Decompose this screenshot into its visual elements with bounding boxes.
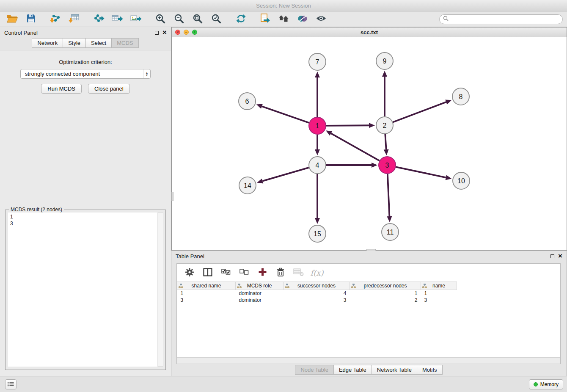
table-cell[interactable]: 3 bbox=[177, 297, 236, 304]
export-image-button[interactable] bbox=[128, 13, 144, 25]
graph-node-3[interactable]: 3 bbox=[379, 157, 396, 174]
column-visibility-button[interactable] bbox=[202, 267, 214, 279]
table-cell[interactable]: 1 bbox=[350, 290, 421, 297]
graph-node-2[interactable]: 2 bbox=[376, 117, 393, 134]
table-cell[interactable]: 4 bbox=[284, 290, 350, 297]
control-panel-tab-mcds[interactable]: MCDS bbox=[111, 38, 138, 48]
mcds-result-text[interactable]: 13 bbox=[8, 213, 157, 367]
column-header-name[interactable]: name bbox=[421, 282, 457, 290]
home-button[interactable] bbox=[276, 13, 292, 25]
close-table-panel-icon[interactable]: × bbox=[558, 254, 562, 259]
panel-resize-grip-vertical[interactable] bbox=[171, 192, 173, 201]
table-cell[interactable]: 2 bbox=[350, 297, 421, 304]
save-session-button[interactable] bbox=[23, 13, 39, 25]
zoom-out-button[interactable] bbox=[171, 13, 187, 25]
graph-edge-3-1[interactable] bbox=[326, 130, 380, 160]
graph-edge-1-7[interactable] bbox=[315, 72, 320, 117]
table-tab-edge-table[interactable]: Edge Table bbox=[333, 365, 372, 375]
control-panel-tab-style[interactable]: Style bbox=[63, 38, 86, 48]
graph-node-8[interactable]: 8 bbox=[452, 88, 469, 105]
refresh-view-button[interactable] bbox=[233, 13, 249, 25]
table-horizontal-scrollbar[interactable] bbox=[177, 357, 560, 364]
import-table-from-file-button[interactable] bbox=[66, 13, 82, 25]
float-table-panel-icon[interactable] bbox=[550, 254, 554, 258]
table-cell[interactable]: 1 bbox=[177, 290, 236, 297]
column-header-shared-name[interactable]: shared name bbox=[177, 282, 236, 290]
document-share-button[interactable] bbox=[257, 13, 273, 25]
table-cell[interactable]: dominator bbox=[236, 297, 284, 304]
venn-merge-button[interactable] bbox=[295, 13, 311, 25]
import-network-from-file-button[interactable] bbox=[47, 13, 63, 25]
network-canvas[interactable]: 7968124314101511 bbox=[172, 37, 567, 250]
open-session-button[interactable] bbox=[4, 13, 20, 25]
graph-edge-2-8[interactable] bbox=[393, 99, 452, 122]
delete-table-button[interactable] bbox=[293, 267, 305, 279]
zoom-fit-button[interactable] bbox=[190, 13, 206, 25]
graph-edge-4-3[interactable] bbox=[326, 163, 377, 168]
table-tab-network-table[interactable]: Network Table bbox=[372, 365, 417, 375]
add-row-button[interactable] bbox=[256, 267, 268, 279]
column-header-successor-nodes[interactable]: successor nodes bbox=[284, 282, 350, 290]
mcds-result-box: MCDS result (2 nodes) 13 bbox=[5, 210, 166, 370]
delete-row-button[interactable] bbox=[275, 267, 286, 279]
run-mcds-button[interactable]: Run MCDS bbox=[41, 84, 82, 94]
table-tab-motifs[interactable]: Motifs bbox=[417, 365, 443, 375]
graph-edge-3-10[interactable] bbox=[396, 167, 452, 180]
graph-edge-3-11[interactable] bbox=[387, 174, 392, 222]
function-builder-button[interactable]: f(x) bbox=[311, 267, 323, 279]
table-cell[interactable]: 1 bbox=[421, 290, 457, 297]
graph-node-1[interactable]: 1 bbox=[309, 117, 326, 134]
graph-node-6[interactable]: 6 bbox=[239, 93, 256, 110]
minimize-window-icon[interactable]: − bbox=[184, 30, 189, 35]
graph-edge-4-15[interactable] bbox=[315, 174, 320, 224]
export-network-button[interactable] bbox=[91, 13, 107, 25]
export-table-button[interactable] bbox=[109, 13, 125, 25]
network-window-titlebar[interactable]: scc.txt × − + bbox=[172, 28, 567, 37]
graph-edge-4-14[interactable] bbox=[257, 168, 309, 184]
table-cell[interactable]: 3 bbox=[284, 297, 350, 304]
unselect-all-rows-button[interactable] bbox=[238, 267, 250, 279]
graph-edge-2-3[interactable] bbox=[384, 134, 389, 155]
optimization-dropdown[interactable]: strongly connected component ▲▼ bbox=[20, 69, 151, 79]
zoom-in-button[interactable] bbox=[152, 13, 168, 25]
graph-edge-2-9[interactable] bbox=[382, 71, 387, 116]
maximize-window-icon[interactable]: + bbox=[192, 30, 197, 35]
control-panel-tab-network[interactable]: Network bbox=[32, 38, 63, 48]
select-all-rows-button[interactable] bbox=[220, 267, 232, 279]
table-cell[interactable]: 3 bbox=[421, 297, 457, 304]
float-panel-icon[interactable] bbox=[155, 31, 159, 35]
search-input[interactable] bbox=[451, 16, 559, 22]
graph-edge-1-4[interactable] bbox=[315, 135, 320, 155]
result-scrollbar[interactable] bbox=[158, 213, 163, 367]
zoom-selected-button[interactable] bbox=[208, 13, 224, 25]
show-hide-details-button[interactable] bbox=[313, 13, 329, 25]
svg-text:15: 15 bbox=[314, 230, 321, 237]
graph-edge-1-2[interactable] bbox=[326, 123, 375, 128]
column-header-predecessor-nodes[interactable]: predecessor nodes bbox=[350, 282, 421, 290]
graph-node-4[interactable]: 4 bbox=[309, 157, 326, 174]
memory-button-label: Memory bbox=[540, 381, 559, 387]
table-settings-button[interactable] bbox=[184, 267, 195, 279]
window-titlebar[interactable]: Session: New Session bbox=[0, 0, 567, 11]
close-panel-button[interactable]: Close panel bbox=[88, 84, 130, 94]
control-panel-tab-select[interactable]: Select bbox=[85, 38, 112, 48]
graph-node-14[interactable]: 14 bbox=[239, 177, 256, 194]
graph-node-9[interactable]: 9 bbox=[376, 52, 393, 69]
graph-node-7[interactable]: 7 bbox=[309, 53, 326, 70]
close-window-icon[interactable]: × bbox=[175, 30, 180, 35]
task-history-button[interactable] bbox=[5, 379, 17, 389]
node-table: shared nameMCDS rolesuccessor nodesprede… bbox=[177, 282, 560, 304]
graph-node-11[interactable]: 11 bbox=[382, 224, 399, 240]
table-cell[interactable]: dominator bbox=[236, 290, 284, 297]
table-tab-node-table[interactable]: Node Table bbox=[295, 365, 334, 375]
table-row[interactable]: 1dominator411 bbox=[177, 290, 561, 297]
graph-edge-1-6[interactable] bbox=[256, 104, 309, 123]
column-header-mcds-role[interactable]: MCDS role bbox=[236, 282, 284, 290]
network-graph[interactable]: 7968124314101511 bbox=[172, 37, 567, 250]
search-box[interactable] bbox=[439, 14, 563, 24]
table-row[interactable]: 3dominator323 bbox=[177, 297, 561, 304]
graph-node-15[interactable]: 15 bbox=[309, 225, 326, 242]
graph-node-10[interactable]: 10 bbox=[453, 172, 470, 189]
close-panel-icon[interactable]: × bbox=[162, 30, 167, 35]
memory-button[interactable]: Memory bbox=[529, 379, 563, 389]
